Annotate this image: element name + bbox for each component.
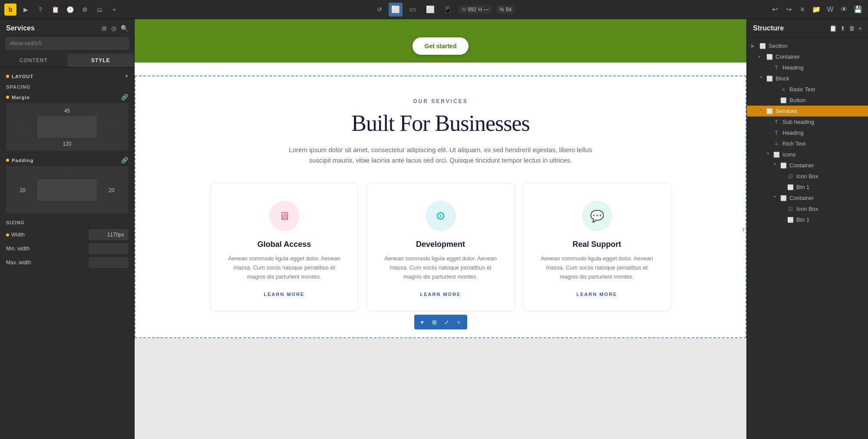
padding-box: - - (6, 166, 128, 214)
desktop-btn[interactable]: ⬜ (389, 3, 403, 17)
tree-container-1[interactable]: ▾ ⬜ Container (747, 51, 868, 62)
tree-btn-1[interactable]: ⬜ Btn 1 (747, 182, 868, 193)
float-columns-icon[interactable]: ⊞ (429, 316, 440, 328)
padding-link-icon[interactable]: 🔗 (121, 157, 128, 163)
card-title-2: Real Support (537, 240, 657, 249)
history-icon[interactable]: 🕐 (64, 4, 76, 15)
service-card-0[interactable]: 🖥 Global Access Aenean commodo ligula eg… (211, 183, 358, 311)
width-input[interactable] (89, 229, 128, 240)
toolbar-right: ↩ ↪ ≡ 📁 W 👁 💾 (769, 4, 864, 15)
max-width-input[interactable] (89, 257, 128, 268)
services-section[interactable]: OUR SERVICES Built For Businesses Lorem … (135, 76, 746, 338)
margin-right-val[interactable]: - (111, 123, 112, 131)
padding-text: Padding (12, 158, 33, 163)
undo-btn[interactable]: ↩ (769, 4, 780, 15)
tree-container-b[interactable]: ▾ ⬜ Container (747, 193, 868, 203)
canvas-float-toolbar: ▾ ⊞ ⤢ + (414, 315, 467, 329)
settings-icon[interactable]: ⚙ (79, 4, 90, 15)
canvas-arrow-right[interactable]: › (742, 225, 745, 234)
help-icon[interactable]: ? (35, 4, 46, 15)
icons-group-label: icons (782, 151, 795, 158)
tree-icons-group[interactable]: ▾ ⬜ icons (747, 149, 868, 160)
margin-left-val[interactable]: - (22, 123, 23, 131)
margin-top-input[interactable] (59, 108, 76, 114)
padding-bottom-val[interactable]: - (66, 203, 68, 210)
tree-basic-text[interactable]: ≡ Basic Text (747, 84, 868, 95)
mobile-btn[interactable]: 📱 (441, 3, 455, 17)
tree-button-1[interactable]: ⬜ Button (747, 95, 868, 106)
card-link-0[interactable]: LEARN MORE (264, 292, 305, 297)
preview-icon[interactable]: 👁 (838, 4, 850, 15)
margin-bottom-input[interactable] (59, 141, 76, 147)
icon-box-2-icon: ☑ (787, 206, 794, 212)
margin-bottom-val[interactable] (59, 140, 76, 147)
layout-chevron[interactable]: ▾ (125, 73, 128, 79)
width-dot (6, 233, 9, 236)
tree-icon-box-1[interactable]: ☑ Icon Box (747, 171, 868, 182)
tablet-btn[interactable]: ▭ (406, 3, 420, 17)
padding-left-val[interactable] (14, 186, 31, 194)
width-label: W (462, 7, 466, 12)
canvas-scroll[interactable]: Get started OUR SERVICES Built For Busin… (135, 19, 746, 439)
container-b-chevron: ▾ (772, 196, 777, 201)
save-btn[interactable]: 💾 (852, 4, 864, 15)
panel-icon-2[interactable]: ◎ (111, 25, 116, 32)
margin-top-val[interactable] (59, 106, 76, 114)
content-tab[interactable]: CONTENT (0, 54, 67, 67)
get-started-button[interactable]: Get started (413, 37, 469, 55)
search-panel-icon[interactable]: 🔍 (121, 25, 128, 32)
min-width-input[interactable] (89, 243, 128, 254)
db-icon[interactable]: 🗂 (94, 4, 105, 15)
service-card-2[interactable]: 💬 Real Support Aenean commodo ligula egg… (523, 183, 671, 311)
add-icon[interactable]: + (109, 4, 120, 15)
tree-section[interactable]: ▶ ⬜ Section (747, 40, 868, 51)
section-chevron: ▶ (751, 43, 756, 48)
float-add-icon[interactable]: + (453, 316, 465, 328)
cursor-tool[interactable]: ▶ (20, 4, 31, 15)
services-chevron: ▾ (759, 109, 763, 114)
margin-box: - - (6, 103, 128, 151)
panel-icon-1[interactable]: ⊞ (102, 25, 107, 32)
delete-icon[interactable]: 🗑 (849, 25, 855, 32)
card-link-1[interactable]: LEARN MORE (420, 292, 461, 297)
structure-tree: ▶ ⬜ Section ▾ ⬜ Container T Heading ▾ ⬜ … (747, 38, 868, 439)
export-icon[interactable]: ⬆ (840, 25, 845, 32)
service-card-1[interactable]: ⚙ Development Aenean commodo ligula egge… (367, 183, 515, 311)
padding-left-input[interactable] (14, 187, 31, 193)
float-move-icon[interactable]: ⤢ (441, 316, 452, 328)
heading2-label: Heading (782, 130, 803, 136)
templates-icon[interactable]: 📋 (50, 4, 61, 15)
refresh-icon[interactable]: ↺ (374, 4, 385, 15)
padding-right-input[interactable] (103, 187, 120, 193)
redo-btn[interactable]: ↪ (783, 4, 794, 15)
tree-icon-box-2[interactable]: ☑ Icon Box (747, 203, 868, 214)
padding-dot (6, 159, 9, 162)
layout-icon[interactable]: ≡ (797, 4, 808, 15)
tree-sub-heading[interactable]: T Sub heading (747, 116, 868, 127)
add-structure-icon[interactable]: + (858, 25, 862, 32)
copy-icon[interactable]: 📋 (829, 25, 837, 32)
float-chevron-down[interactable]: ▾ (417, 316, 428, 328)
tree-container-a[interactable]: ▾ ⬜ Container (747, 160, 868, 171)
tree-heading-2[interactable]: T Heading (747, 127, 868, 138)
margin-link-icon[interactable]: 🔗 (121, 94, 128, 100)
btn1b-label: Btn 1 (796, 216, 809, 223)
icon-box-2-label: Icon Box (796, 206, 818, 212)
style-tab[interactable]: STYLE (67, 54, 135, 67)
laptop-btn[interactable]: ⬜ (423, 3, 437, 17)
layout-section-header[interactable]: LAYOUT ▾ (6, 73, 128, 79)
tree-services[interactable]: ▾ ⬜ Services (747, 106, 868, 116)
tree-rich-text[interactable]: ≡ Rich Text (747, 138, 868, 149)
zoom-control[interactable]: % 84 (496, 5, 515, 14)
padding-right-val[interactable] (103, 186, 120, 194)
icon-box-1-label: Icon Box (796, 173, 818, 180)
padding-top-val[interactable]: - (66, 170, 68, 177)
wordpress-icon[interactable]: W (825, 4, 836, 15)
right-panel: Structure 📋 ⬆ 🗑 + ▶ ⬜ Section ▾ ⬜ Contai… (746, 19, 868, 439)
card-link-2[interactable]: LEARN MORE (577, 292, 617, 297)
basic-text-icon: ≡ (780, 86, 787, 93)
tree-block[interactable]: ▾ ⬜ Block (747, 73, 868, 84)
tree-btn-1b[interactable]: ⬜ Btn 1 (747, 214, 868, 225)
tree-heading[interactable]: T Heading (747, 62, 868, 73)
folder-icon[interactable]: 📁 (811, 4, 822, 15)
